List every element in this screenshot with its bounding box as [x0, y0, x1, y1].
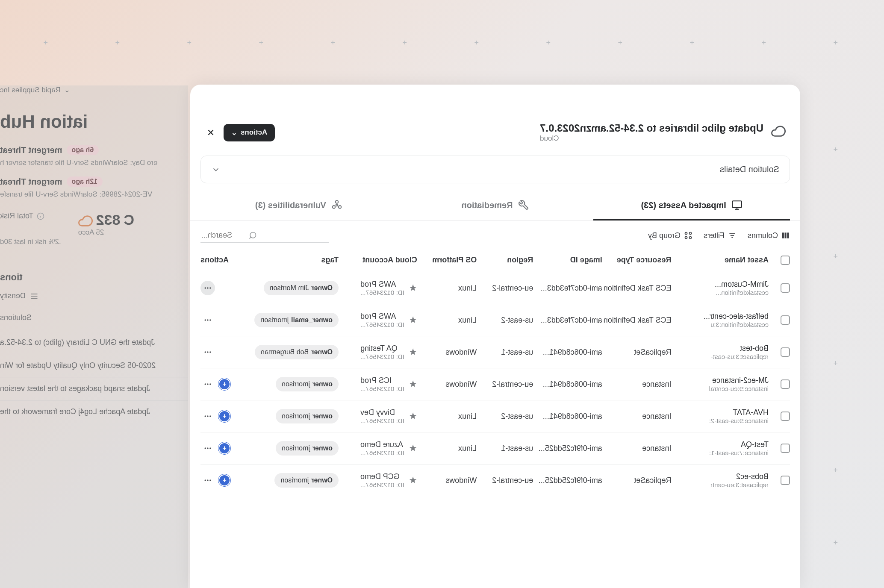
tag-label: owner [312, 412, 333, 420]
select-all-checkbox[interactable] [781, 256, 790, 265]
table-row[interactable]: JimM-Custom... ecstaskdefinition... ECS … [200, 272, 790, 304]
resource-type: ReplicaSet [602, 348, 672, 357]
column-header[interactable]: Region [477, 256, 533, 265]
resource-type: Instance [602, 444, 672, 453]
add-badge-icon[interactable]: + [218, 378, 230, 390]
table-row[interactable]: belfast-alec-centr... ecstaskdefinition:… [200, 304, 790, 336]
columns-button[interactable]: Columns [748, 231, 790, 240]
groupby-label: Group By [648, 231, 681, 240]
solution-details-card[interactable]: Solution Details [200, 156, 790, 183]
svg-point-16 [339, 206, 342, 209]
asset-sub: ecstaskdefinition... [671, 289, 769, 296]
asset-name: belfast-alec-centr... [671, 312, 769, 321]
table-row[interactable]: Bobs-ec2 replicaset:3:eu-centr ReplicaSe… [200, 464, 790, 496]
actions-button[interactable]: Actions ⌄ [224, 124, 275, 141]
more-button[interactable] [200, 377, 215, 391]
image-id: ami-0f9fc25dd25... [533, 444, 602, 453]
svg-point-31 [207, 287, 208, 288]
tag-pill[interactable]: owner jmorrison [276, 377, 339, 391]
tag-pill[interactable]: owner jmorrison [276, 409, 339, 423]
svg-point-33 [209, 319, 211, 320]
tag-pill[interactable]: Owner Jim Morrison [264, 281, 339, 295]
svg-point-14 [336, 204, 338, 206]
solution-details-label: Solution Details [720, 165, 779, 174]
star-icon[interactable]: ★ [409, 379, 417, 390]
filters-button[interactable]: Filters [704, 231, 737, 240]
groupby-button[interactable]: Group By [648, 231, 692, 240]
column-header[interactable]: Cloud Account [339, 256, 417, 265]
image-id: ami-006c8d941... [533, 348, 602, 357]
tag-label: Owner [311, 284, 333, 292]
tab-remediation[interactable]: Remediation [397, 192, 594, 220]
density-label[interactable]: Density [0, 291, 26, 300]
row-checkbox[interactable] [781, 283, 790, 293]
search-input[interactable] [201, 231, 244, 240]
list-item[interactable]: 2020-05 Security Only Quality Update for… [0, 354, 188, 377]
account-id: ID: 01234567... [360, 449, 404, 456]
tag-label: Owner [311, 476, 333, 484]
column-header[interactable]: Actions [200, 256, 254, 265]
svg-point-25 [685, 232, 687, 235]
list-item[interactable]: Jpdate the GNU C Library (glibc) to 2.34… [0, 331, 188, 354]
accounts-sub: 25 Acco [78, 228, 134, 237]
chevron-down-icon: ⌄ [231, 128, 237, 137]
more-button[interactable] [200, 441, 215, 456]
risk-change: .2% risk in last 30d [0, 238, 61, 246]
column-header[interactable]: Image ID [533, 256, 602, 265]
row-checkbox[interactable] [781, 379, 790, 389]
list-item[interactable]: Jpdate Apache Log4j Core framework to th… [0, 400, 188, 423]
monitor-icon [731, 200, 743, 211]
density-icon [30, 292, 38, 300]
row-checkbox[interactable] [781, 476, 790, 485]
close-button[interactable] [205, 126, 217, 138]
os-platform: Linux [417, 444, 477, 453]
table-row[interactable]: Test-QA instance:7:us-east-1: Instance a… [200, 432, 790, 464]
tab-vulnerabilities[interactable]: Vulnerabilities (3) [200, 192, 397, 220]
star-icon[interactable]: ★ [409, 347, 417, 358]
star-icon[interactable]: ★ [409, 411, 417, 422]
details-panel: Update glibc libraries to 2.34-52.amzn20… [190, 85, 800, 588]
row-checkbox[interactable] [781, 315, 790, 325]
table-row[interactable]: Bob-test replicaset:3:us-east- ReplicaSe… [200, 336, 790, 368]
wrench-icon [518, 200, 529, 211]
column-header[interactable]: Tags [254, 256, 339, 265]
account-id: ID: 01234567... [360, 481, 404, 488]
add-badge-icon[interactable]: + [218, 410, 230, 422]
more-button[interactable] [200, 345, 215, 359]
star-icon[interactable]: ★ [409, 475, 417, 486]
row-checkbox[interactable] [781, 347, 790, 357]
table-row[interactable]: HVA-ATAT instance:9:us-east-2: Instance … [200, 400, 790, 432]
row-checkbox[interactable] [781, 444, 790, 453]
svg-point-37 [207, 351, 208, 353]
tab-impacted-assets[interactable]: Impacted Assets (23) [593, 192, 790, 220]
star-icon[interactable]: ★ [409, 282, 417, 294]
add-badge-icon[interactable]: + [218, 474, 230, 486]
chevron-down-icon [211, 165, 221, 174]
row-checkbox[interactable] [781, 412, 790, 421]
table-header: Asset Name Resource Type Image ID Region… [200, 249, 790, 272]
tag-label: owner [312, 380, 333, 388]
svg-rect-18 [787, 232, 789, 238]
more-button[interactable] [200, 281, 215, 295]
add-badge-icon[interactable]: + [218, 442, 230, 454]
star-icon[interactable]: ★ [409, 443, 417, 454]
column-header[interactable]: Resource Type [602, 256, 672, 265]
org-selector[interactable]: Rapid Supplies Inc [0, 86, 61, 94]
list-item[interactable]: Jpdate snapd packages to the latest vers… [0, 377, 188, 400]
column-header[interactable]: OS Platform [417, 256, 477, 265]
table-row[interactable]: JM-ec2-instance instance:9:eu-central In… [200, 368, 790, 400]
os-platform: Windows [417, 348, 477, 357]
more-button[interactable] [200, 473, 215, 488]
tag-pill[interactable]: Owner Bob Burgerman [255, 345, 339, 359]
more-button[interactable] [200, 313, 215, 327]
tag-pill[interactable]: Owner jmorrison [274, 473, 339, 488]
tag-pill[interactable]: owner_email jmorrison [254, 313, 339, 327]
tag-pill[interactable]: owner jmorrison [276, 441, 339, 456]
more-button[interactable] [200, 409, 215, 423]
asset-sub: instance:9:us-east-2: [671, 417, 769, 424]
search-input-wrap[interactable] [200, 228, 329, 243]
column-header[interactable]: Asset Name [671, 256, 769, 265]
svg-point-50 [205, 479, 206, 481]
star-icon[interactable]: ★ [409, 315, 417, 326]
asset-sub: instance:9:eu-central [671, 385, 769, 392]
